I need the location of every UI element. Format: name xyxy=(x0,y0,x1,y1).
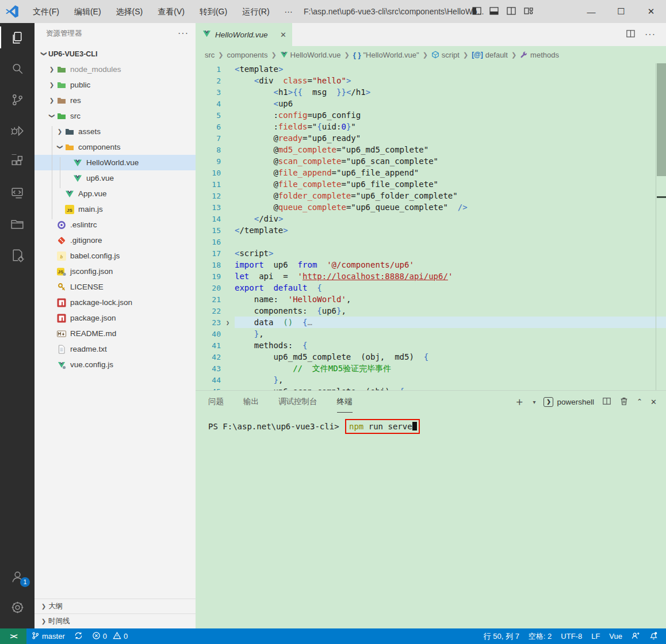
svg-text:JS: JS xyxy=(58,269,64,275)
terminal-profile[interactable]: ❯ powershell xyxy=(543,397,594,407)
code-text: <script> xyxy=(235,247,666,259)
editor-more-actions-icon[interactable]: ··· xyxy=(645,29,656,40)
eol-status[interactable]: LF xyxy=(587,628,604,644)
maximize-panel-icon[interactable]: ⌃ xyxy=(637,398,642,406)
tree-item-assets[interactable]: ❯assets xyxy=(35,124,196,139)
panel-tab-debug-console[interactable]: 调试控制台 xyxy=(278,391,317,413)
tree-item--gitignore[interactable]: .gitignore xyxy=(35,233,196,248)
menu-r[interactable]: 运行(R) xyxy=(235,0,277,23)
sync-button[interactable] xyxy=(70,628,87,644)
minimize-button[interactable]: — xyxy=(576,0,606,23)
close-panel-icon[interactable]: ✕ xyxy=(650,398,657,406)
code-line-6: 6 :fields="{uid:0}" xyxy=(196,121,666,132)
breadcrumb-item-script[interactable]: script xyxy=(431,51,460,59)
git-branch-status[interactable]: master xyxy=(26,628,70,644)
activity-project-folder-icon[interactable] xyxy=(0,209,35,238)
menu-f[interactable]: 文件(F) xyxy=(25,0,67,23)
activity-accounts-icon[interactable]: 1 xyxy=(0,562,35,590)
tab-helloworld[interactable]: HelloWorld.vue ✕ xyxy=(196,23,292,46)
terminal-dropdown-icon[interactable]: ▾ xyxy=(533,399,535,405)
breadcrumb-item-default[interactable]: [@]default xyxy=(472,51,508,59)
chevron-down-icon[interactable]: ❯ xyxy=(41,49,47,59)
panel-tab-problems[interactable]: 问题 xyxy=(208,391,224,413)
terminal[interactable]: PS F:\asp.net\up6-vue3-cli> npm run serv… xyxy=(196,413,666,431)
indentation-status[interactable]: 空格: 2 xyxy=(524,628,556,644)
split-editor-icon[interactable] xyxy=(626,29,636,40)
tree-item-license[interactable]: LICENSE xyxy=(35,279,196,295)
activity-remote-explorer-icon[interactable] xyxy=(0,178,35,207)
menu-e[interactable]: 编辑(E) xyxy=(67,0,109,23)
menu-bar: 文件(F)编辑(E)选择(S)查看(V)转到(G)运行(R)··· xyxy=(25,0,300,23)
menu-s[interactable]: 选择(S) xyxy=(109,0,151,23)
split-editor-icon[interactable] xyxy=(506,6,516,18)
tree-item-package-lock-json[interactable]: package-lock.json xyxy=(35,295,196,310)
customize-layout-icon[interactable] xyxy=(523,6,534,18)
menu-v[interactable]: 查看(V) xyxy=(150,0,192,23)
breadcrumb-item-helloworld-vue[interactable]: HelloWorld.vue xyxy=(280,51,341,59)
tree-item-up6-vue[interactable]: up6.vue xyxy=(35,170,196,186)
tree-item-readme-md[interactable]: README.md xyxy=(35,326,196,341)
notifications-button[interactable] xyxy=(645,628,666,644)
new-terminal-icon[interactable]: ＋ xyxy=(514,394,525,409)
close-button[interactable]: ✕ xyxy=(636,0,666,23)
code-editor[interactable]: 1<template>2 <div class="hello">3 <h1>{{… xyxy=(196,63,666,390)
chevron-down-icon[interactable]: ❯ xyxy=(49,112,55,121)
tree-item-readme-txt[interactable]: readme.txt xyxy=(35,341,196,357)
cursor-position[interactable]: 行 50, 列 7 xyxy=(479,628,524,644)
activity-source-control-icon[interactable] xyxy=(0,85,35,114)
more-actions-icon[interactable]: ··· xyxy=(178,28,189,39)
tree-item-jsconfig-json[interactable]: JSjsconfig.json xyxy=(35,264,196,279)
tree-item-up6-vue3-cli[interactable]: ❯UP6-VUE3-CLI xyxy=(35,46,196,62)
toggle-sidebar-icon[interactable] xyxy=(472,6,482,18)
toggle-panel-icon[interactable] xyxy=(489,6,499,18)
maximize-button[interactable]: ☐ xyxy=(606,0,636,23)
tree-item-babel-config-js[interactable]: bbabel.config.js xyxy=(35,248,196,264)
activity-search-icon[interactable] xyxy=(0,54,35,83)
panel-tab-terminal[interactable]: 终端 xyxy=(337,391,353,413)
encoding-status[interactable]: UTF-8 xyxy=(556,628,587,644)
feedback-button[interactable] xyxy=(627,628,645,644)
tree-item-main-js[interactable]: JSmain.js xyxy=(35,201,196,217)
breadcrumb-item-components[interactable]: components xyxy=(227,51,268,59)
chevron-right-icon[interactable]: ❯ xyxy=(55,128,64,135)
editor-scrollbar[interactable] xyxy=(656,63,666,390)
split-terminal-icon[interactable] xyxy=(602,397,611,407)
tree-item-components[interactable]: ❯components xyxy=(35,139,196,155)
annotation-red-box: npm run serve xyxy=(345,419,420,434)
activity-settings-icon[interactable] xyxy=(0,593,35,622)
panel-tab-output[interactable]: 输出 xyxy=(243,391,259,413)
chevron-right-icon[interactable]: ❯ xyxy=(47,97,56,104)
activity-explorer-icon[interactable] xyxy=(0,23,35,52)
tree-item-app-vue[interactable]: App.vue xyxy=(35,186,196,201)
remote-indicator[interactable]: >< xyxy=(0,628,26,644)
tree-item-node-modules[interactable]: ❯node_modules xyxy=(35,62,196,77)
tree-item-vue-config-js[interactable]: vue.config.js xyxy=(35,357,196,372)
tree-item-helloworld-vue[interactable]: HelloWorld.vue xyxy=(35,155,196,170)
breadcrumb-item-src[interactable]: src xyxy=(205,51,215,59)
explorer-sidebar: 资源管理器 ··· ❯UP6-VUE3-CLI❯node_modules❯pub… xyxy=(35,23,196,628)
tree-item-public[interactable]: ❯public xyxy=(35,77,196,93)
breadcrumb-item--helloworld-vue-[interactable]: { }"HelloWorld.vue" xyxy=(353,51,419,59)
activity-run-debug-icon[interactable] xyxy=(0,116,35,145)
chevron-down-icon[interactable]: ❯ xyxy=(57,143,63,152)
activity-extensions-icon[interactable] xyxy=(0,147,35,176)
fold-chevron-icon[interactable]: ❯ xyxy=(221,319,235,326)
scrollbar-thumb[interactable] xyxy=(657,63,666,176)
tree-item--eslintrc[interactable]: .eslintrc xyxy=(35,217,196,233)
activity-code-config-icon[interactable] xyxy=(0,241,35,269)
menu-[interactable]: ··· xyxy=(277,0,300,23)
chevron-right-icon[interactable]: ❯ xyxy=(47,82,56,88)
tree-item-res[interactable]: ❯res xyxy=(35,93,196,108)
section-timeline[interactable]: ❯时间线 xyxy=(35,613,196,628)
tree-item-package-json[interactable]: package.json xyxy=(35,310,196,326)
chevron-right-icon: ❯ xyxy=(39,603,48,609)
tree-item-src[interactable]: ❯src xyxy=(35,108,196,124)
breadcrumb-item-methods[interactable]: methods xyxy=(520,51,559,59)
section-outline[interactable]: ❯大纲 xyxy=(35,599,196,613)
menu-g[interactable]: 转到(G) xyxy=(192,0,235,23)
chevron-right-icon[interactable]: ❯ xyxy=(47,66,56,73)
language-mode[interactable]: Vue xyxy=(604,628,627,644)
kill-terminal-icon[interactable] xyxy=(619,397,629,407)
problems-status[interactable]: 0 0 xyxy=(87,628,132,644)
tab-close-icon[interactable]: ✕ xyxy=(280,31,286,39)
